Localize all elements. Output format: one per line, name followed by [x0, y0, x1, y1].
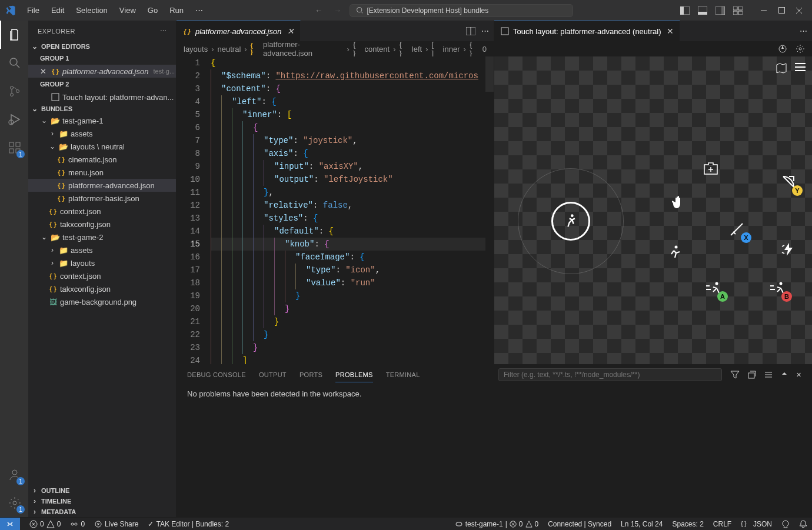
tree-folder-assets[interactable]: › 📁 assets	[28, 127, 176, 140]
menu-run[interactable]: Run	[165, 4, 188, 17]
tree-file-takxconfig[interactable]: { } takxconfig.json	[28, 218, 176, 231]
status-errors-warnings[interactable]: 0 0	[25, 520, 65, 528]
open-editor-item[interactable]: ✕ { } platformer-advanced.json test-g...	[28, 65, 176, 78]
touch-button-dash-b[interactable]: B	[767, 277, 788, 298]
touch-button-bow-y[interactable]: Y	[778, 171, 799, 192]
hamburger-icon[interactable]	[794, 62, 806, 74]
maximize-panel-icon[interactable]	[781, 371, 788, 378]
status-feedback-icon[interactable]	[777, 520, 794, 528]
tree-folder-layouts2[interactable]: › 📁 layouts	[28, 256, 176, 269]
menu-edit[interactable]: Edit	[46, 4, 69, 17]
tree-file-background-png[interactable]: 🖼 game-background.png	[28, 295, 176, 308]
status-game[interactable]: test-game-1 | 0 0	[450, 520, 544, 528]
close-icon[interactable]: ✕	[40, 67, 48, 76]
x-button-badge: X	[741, 232, 751, 243]
metadata-section[interactable]: › METADATA	[28, 506, 176, 517]
activity-settings-icon[interactable]: 1	[0, 489, 28, 517]
layout-customize-icon[interactable]	[730, 2, 746, 19]
menu-selection[interactable]: Selection	[71, 4, 112, 17]
explorer-more-icon[interactable]: ⋯	[160, 27, 167, 35]
tree-folder-assets2[interactable]: › 📁 assets	[28, 244, 176, 256]
tree-folder-game1[interactable]: ⌄ 📂 test-game-1	[28, 114, 176, 127]
status-ports[interactable]: 0	[65, 520, 89, 528]
tree-file-cinematic[interactable]: { } cinematic.json	[28, 153, 176, 166]
activity-accounts-icon[interactable]: 1	[0, 461, 28, 489]
panel-tab-debug[interactable]: DEBUG CONSOLE	[187, 368, 246, 382]
activity-debug-icon[interactable]	[0, 105, 28, 134]
code-editor[interactable]: 123456789101112131415161718192021222324 …	[177, 56, 494, 364]
panel-tab-problems[interactable]: PROBLEMS	[335, 368, 373, 382]
command-center[interactable]: [Extension Development Host] bundles	[350, 4, 573, 17]
menu-overflow-icon[interactable]: ⋯	[191, 4, 208, 17]
status-connection[interactable]: Connected | Synced	[543, 520, 616, 528]
json-icon: { }	[182, 26, 192, 36]
window-close-icon[interactable]	[791, 2, 807, 19]
nav-back-icon[interactable]: ←	[312, 6, 326, 15]
tab-close-icon[interactable]: ✕	[667, 26, 674, 36]
compass-icon[interactable]	[778, 44, 787, 54]
status-live-share[interactable]: Live Share	[89, 520, 143, 528]
status-notifications-icon[interactable]	[794, 520, 812, 528]
menu-go[interactable]: Go	[143, 4, 162, 17]
activity-explorer-icon[interactable]	[0, 21, 28, 49]
minimap[interactable]	[485, 56, 494, 364]
nav-forward-icon[interactable]: →	[331, 6, 345, 15]
touch-button-climb[interactable]	[665, 242, 686, 263]
tab-label: platformer-advanced.json	[195, 27, 281, 36]
svg-rect-2	[680, 6, 684, 15]
tab-platformer-advanced[interactable]: { } platformer-advanced.json ✕	[177, 21, 301, 41]
gear-icon[interactable]	[796, 44, 805, 54]
filter-icon[interactable]	[730, 371, 740, 379]
activity-extensions-icon[interactable]: 1	[0, 134, 28, 162]
panel-tab-terminal[interactable]: TERMINAL	[386, 368, 420, 382]
tab-touch-layout-preview[interactable]: Touch layout: platformer-advanced (neutr…	[494, 21, 680, 41]
tree-file-platformer-advanced[interactable]: { } platformer-advanced.json	[28, 179, 176, 192]
status-cursor-position[interactable]: Ln 15, Col 24	[616, 520, 667, 528]
open-editors-section[interactable]: ⌄ OPEN EDITORS	[28, 41, 176, 52]
tree-file-context2[interactable]: { } context.json	[28, 269, 176, 282]
tree-folder-layouts-neutral[interactable]: ⌄ 📂 layouts \ neutral	[28, 140, 176, 153]
more-actions-icon[interactable]: ⋯	[800, 26, 807, 35]
tab-close-icon[interactable]: ✕	[287, 26, 294, 36]
touch-button-medkit[interactable]	[700, 158, 721, 179]
problems-filter-input[interactable]	[498, 368, 722, 381]
layout-bottom-icon[interactable]	[694, 2, 711, 19]
activity-search-icon[interactable]	[0, 49, 28, 77]
menu-view[interactable]: View	[115, 4, 141, 17]
tree-file-platformer-basic[interactable]: { } platformer-basic.json	[28, 192, 176, 205]
bundles-section[interactable]: ⌄ BUNDLES	[28, 104, 176, 114]
status-indentation[interactable]: Spaces: 2	[667, 520, 708, 528]
split-editor-icon[interactable]	[466, 27, 475, 35]
status-tak-editor[interactable]: ✓ TAK Editor | Bundles: 2	[143, 520, 234, 528]
outline-section[interactable]: › OUTLINE	[28, 485, 176, 496]
tree-file-takxconfig2[interactable]: { } takxconfig.json	[28, 282, 176, 295]
tree-file-menu[interactable]: { } menu.json	[28, 166, 176, 179]
map-icon[interactable]	[776, 62, 787, 74]
menu-file[interactable]: File	[22, 4, 44, 17]
timeline-section[interactable]: › TIMELINE	[28, 496, 176, 506]
toggle-view-icon[interactable]	[764, 371, 773, 378]
activity-source-control-icon[interactable]	[0, 77, 28, 105]
panel-tab-output[interactable]: OUTPUT	[259, 368, 287, 382]
layout-primary-icon[interactable]	[677, 2, 693, 19]
touch-button-lightning[interactable]	[778, 239, 799, 260]
touch-button-dash-a[interactable]: A	[703, 277, 724, 298]
close-panel-icon[interactable]: ✕	[796, 371, 801, 379]
layout-secondary-icon[interactable]	[712, 2, 728, 19]
tree-folder-game2[interactable]: ⌄ 📂 test-game-2	[28, 231, 176, 244]
more-actions-icon[interactable]: ⋯	[481, 26, 489, 35]
joystick-knob[interactable]	[551, 202, 590, 241]
panel-tab-ports[interactable]: PORTS	[299, 368, 322, 382]
status-eol[interactable]: CRLF	[708, 520, 736, 528]
touch-button-sword-x[interactable]: X	[727, 218, 748, 239]
open-editor-item[interactable]: Touch layout: platformer-advan...	[28, 91, 176, 104]
touch-button-hand[interactable]	[668, 192, 689, 213]
status-language[interactable]: { } JSON	[736, 520, 777, 528]
tree-file-context[interactable]: { } context.json	[28, 205, 176, 218]
window-minimize-icon[interactable]	[756, 2, 772, 19]
breadcrumb[interactable]: layouts› neutral› { } platformer-advance…	[177, 41, 494, 56]
window-maximize-icon[interactable]	[773, 2, 790, 19]
remote-indicator-icon[interactable]	[0, 518, 20, 531]
editor-tabs: { } platformer-advanced.json ✕ ⋯	[177, 21, 494, 41]
collapse-all-icon[interactable]	[748, 371, 756, 379]
